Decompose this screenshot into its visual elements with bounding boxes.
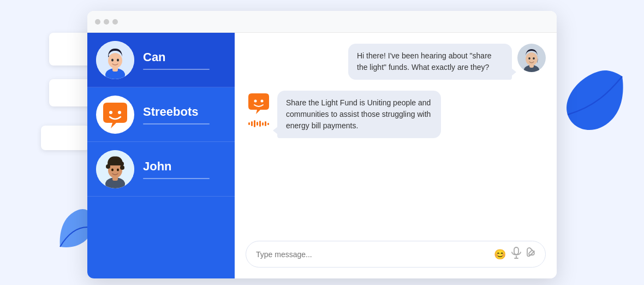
svg-point-14 — [108, 160, 112, 164]
svg-point-27 — [254, 100, 257, 103]
contact-name-john: John — [143, 159, 226, 174]
message-input-bar[interactable]: 😊 — [246, 241, 546, 268]
wave-bar-3 — [254, 120, 255, 127]
bubble-arrow-user — [511, 68, 516, 76]
svg-point-16 — [116, 158, 121, 163]
avatar-streebots — [96, 96, 134, 134]
browser-window: Can — [87, 11, 557, 278]
contact-item-streebots[interactable]: Streebots — [87, 87, 235, 142]
user-message-avatar — [517, 44, 546, 72]
avatar-can — [96, 41, 134, 79]
svg-point-26 — [533, 57, 535, 60]
message-row-user: Hi there! I've been hearing about "share… — [246, 44, 546, 80]
svg-point-19 — [111, 168, 114, 171]
svg-point-15 — [112, 158, 116, 162]
wave-bar-6 — [262, 122, 264, 126]
svg-point-24 — [526, 52, 538, 66]
svg-point-7 — [109, 111, 112, 114]
wave-bar-7 — [265, 121, 266, 126]
svg-point-4 — [111, 58, 114, 61]
contact-item-john[interactable]: John — [87, 142, 235, 197]
contact-line-streebots — [143, 123, 210, 124]
user-message-text: Hi there! I've been hearing about "share… — [357, 51, 492, 72]
contact-name-can: Can — [143, 50, 226, 64]
browser-topbar — [87, 11, 557, 33]
messages-container: Hi there! I've been hearing about "share… — [246, 44, 546, 232]
bot-message-bubble: Share the Light Fund is Uniting people a… — [277, 91, 441, 138]
contact-info-john: John — [143, 159, 226, 179]
svg-point-18 — [120, 165, 124, 170]
deco-card-3 — [41, 126, 90, 150]
svg-point-25 — [528, 57, 530, 60]
wave-bar-2 — [251, 121, 253, 126]
svg-point-28 — [261, 100, 264, 103]
contact-line-john — [143, 178, 210, 179]
wave-bar-1 — [248, 122, 250, 125]
attach-icon[interactable] — [527, 247, 535, 262]
audio-wave — [248, 120, 269, 127]
mic-icon[interactable] — [511, 247, 521, 262]
wave-bar-8 — [267, 123, 269, 125]
svg-point-3 — [108, 53, 122, 68]
contact-line-can — [143, 69, 210, 70]
svg-point-20 — [117, 168, 119, 171]
svg-point-5 — [117, 58, 119, 61]
svg-point-8 — [118, 111, 121, 114]
svg-point-13 — [106, 164, 110, 169]
bot-message-text: Share the Light Fund is Uniting people a… — [286, 98, 431, 130]
contact-item-can[interactable]: Can — [87, 33, 235, 87]
browser-dot-1 — [95, 19, 100, 25]
avatar-john — [96, 150, 134, 188]
browser-dot-2 — [104, 19, 109, 25]
contact-info-streebots: Streebots — [143, 105, 226, 124]
contact-name-streebots: Streebots — [143, 105, 226, 119]
bubble-arrow-bot — [273, 126, 278, 135]
contacts-sidebar: Can — [87, 33, 235, 278]
leaf-right-decoration — [562, 66, 628, 142]
svg-point-17 — [120, 162, 124, 166]
message-row-bot: Share the Light Fund is Uniting people a… — [246, 91, 546, 138]
browser-body: Can — [87, 33, 557, 278]
wave-bar-4 — [257, 122, 258, 126]
emoji-icon[interactable]: 😊 — [494, 248, 506, 260]
browser-dot-3 — [112, 19, 118, 25]
chat-area: Hi there! I've been hearing about "share… — [235, 33, 557, 278]
user-message-bubble: Hi there! I've been hearing about "share… — [348, 44, 512, 80]
wave-bar-5 — [259, 121, 261, 127]
message-input[interactable] — [256, 250, 488, 259]
bot-avatar-container — [246, 91, 272, 127]
bot-avatar — [246, 91, 272, 117]
svg-rect-29 — [514, 247, 518, 254]
contact-info-can: Can — [143, 50, 226, 70]
